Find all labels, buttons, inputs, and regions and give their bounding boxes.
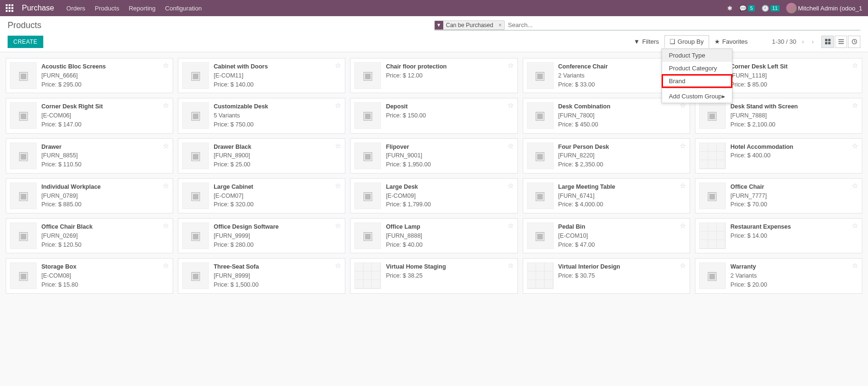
product-card[interactable]: ▣Office Design Software[FURN_9999]Price:… [178, 218, 345, 253]
product-card[interactable]: ▣Office Chair[FURN_7777]Price: $ 70.00☆ [695, 178, 862, 213]
favorite-star-icon[interactable]: ☆ [163, 142, 169, 150]
favorite-star-icon[interactable]: ☆ [507, 101, 514, 110]
product-thumbnail [699, 143, 726, 169]
user-menu[interactable]: Mitchell Admin (odoo_1 [786, 3, 862, 13]
create-button[interactable]: CREATE [8, 36, 43, 48]
filters-button[interactable]: ▼ Filters [628, 35, 664, 48]
product-card[interactable]: ▣Drawer Black[FURN_8900]Price: $ 25.00☆ [178, 138, 345, 174]
product-name: Drawer [41, 143, 169, 152]
product-card[interactable]: ▣Storage Box[E-COM08]Price: $ 15.80☆ [6, 258, 173, 293]
favorite-star-icon[interactable]: ☆ [852, 261, 858, 270]
favorite-star-icon[interactable]: ☆ [335, 261, 341, 270]
product-card[interactable]: ▣Cabinet with Doors[E-COM11]Price: $ 140… [178, 58, 345, 93]
favorites-button[interactable]: ★ Favorites [709, 35, 753, 48]
favorite-star-icon[interactable]: ☆ [852, 101, 858, 110]
product-thumbnail: ▣ [354, 222, 381, 249]
favorite-star-icon[interactable]: ☆ [163, 261, 169, 270]
view-kanban[interactable] [821, 36, 834, 48]
product-card[interactable]: Restaurant ExpensesPrice: $ 14.00☆ [695, 218, 862, 253]
product-price: Price: $ 320.00 [214, 200, 341, 209]
product-price: Price: $ 2,100.00 [731, 120, 858, 129]
product-card[interactable]: ▣Pedal Bin[E-COM10]Price: $ 47.00☆ [523, 218, 690, 253]
product-card[interactable]: ▣Flipover[FURN_9001]Price: $ 1,950.00☆ [350, 138, 517, 174]
product-ref: [FURN_8999] [214, 271, 341, 280]
product-card[interactable]: Virtual Home StagingPrice: $ 38.25☆ [350, 258, 517, 293]
product-card[interactable]: ▣Large Desk[E-COM09]Price: $ 1,799.00☆ [350, 178, 517, 213]
product-body: Office Chair[FURN_7777]Price: $ 70.00 [731, 183, 858, 209]
favorite-star-icon[interactable]: ☆ [507, 142, 514, 150]
product-card[interactable]: ▣DepositPrice: $ 150.00☆ [350, 98, 517, 133]
product-card[interactable]: ▣Desk Stand with Screen[FURN_7888]Price:… [695, 98, 862, 133]
messages-button[interactable]: 💬 5 [739, 5, 755, 12]
groupby-add-custom[interactable]: Add Custom Group ▸ [662, 90, 731, 103]
product-card[interactable]: ▣Desk Combination[FURN_7800]Price: $ 450… [523, 98, 690, 133]
product-card[interactable]: ▣Large Meeting Table[FURN_6741]Price: $ … [523, 178, 690, 213]
product-card[interactable]: ▣Individual Workplace[FURN_0789]Price: $… [6, 178, 173, 213]
product-name: Pedal Bin [558, 222, 686, 232]
nav-menu-orders[interactable]: Orders [67, 5, 86, 12]
favorite-star-icon[interactable]: ☆ [507, 222, 514, 230]
favorite-star-icon[interactable]: ☆ [163, 222, 169, 230]
favorite-star-icon[interactable]: ☆ [852, 142, 858, 150]
product-card[interactable]: ▣Customizable Desk5 VariantsPrice: $ 750… [178, 98, 345, 133]
facet-remove[interactable]: × [496, 22, 504, 29]
bug-icon[interactable]: ✱ [727, 5, 732, 12]
favorite-star-icon[interactable]: ☆ [507, 261, 514, 270]
favorite-star-icon[interactable]: ☆ [680, 142, 686, 150]
favorite-star-icon[interactable]: ☆ [507, 182, 514, 190]
favorite-star-icon[interactable]: ☆ [852, 182, 858, 190]
favorite-star-icon[interactable]: ☆ [163, 101, 169, 110]
product-card[interactable]: ▣Drawer[FURN_8855]Price: $ 110.50☆ [6, 138, 173, 174]
product-card[interactable]: ▣Chair floor protectionPrice: $ 12.00☆ [350, 58, 517, 93]
favorite-star-icon[interactable]: ☆ [507, 61, 514, 70]
product-card[interactable]: ▣Three-Seat Sofa[FURN_8999]Price: $ 1,50… [178, 258, 345, 293]
product-thumbnail: ▣ [699, 102, 726, 129]
pager-next[interactable]: › [810, 38, 816, 45]
app-brand[interactable]: Purchase [22, 4, 54, 12]
product-card[interactable]: ▣Corner Desk Right Sit[E-COM06]Price: $ … [6, 98, 173, 133]
groupby-button[interactable]: ❑ Group By [664, 35, 709, 48]
favorite-star-icon[interactable]: ☆ [163, 61, 169, 70]
product-thumbnail: ▣ [10, 222, 37, 249]
product-card[interactable]: ▣Warranty2 VariantsPrice: $ 20.00☆ [695, 258, 862, 293]
favorite-star-icon[interactable]: ☆ [335, 61, 341, 70]
product-price: Price: $ 38.25 [386, 271, 513, 280]
product-thumbnail: ▣ [10, 143, 37, 169]
favorite-star-icon[interactable]: ☆ [852, 222, 858, 230]
nav-menu-reporting[interactable]: Reporting [129, 5, 156, 12]
apps-icon[interactable] [6, 4, 13, 12]
favorite-star-icon[interactable]: ☆ [852, 61, 858, 70]
product-card[interactable]: Virtual Interior DesignPrice: $ 30.75☆ [523, 258, 690, 293]
favorite-star-icon[interactable]: ☆ [335, 142, 341, 150]
pager-prev[interactable]: ‹ [800, 38, 806, 45]
product-body: Office Chair Black[FURN_0269]Price: $ 12… [41, 222, 169, 249]
product-card[interactable]: ▣Acoustic Bloc Screens[FURN_6666]Price: … [6, 58, 173, 93]
groupby-product-type[interactable]: Product Type [662, 49, 731, 62]
view-list[interactable] [835, 36, 847, 48]
product-body: Customizable Desk5 VariantsPrice: $ 750.… [214, 102, 341, 129]
nav-menu-configuration[interactable]: Configuration [165, 5, 202, 12]
search-input[interactable] [507, 20, 860, 30]
product-name: Large Meeting Table [558, 183, 686, 192]
favorite-star-icon[interactable]: ☆ [680, 182, 686, 190]
groupby-brand[interactable]: Brand [662, 75, 731, 87]
product-card[interactable]: ▣Office Lamp[FURN_8888]Price: $ 40.00☆ [350, 218, 517, 253]
product-card[interactable]: ▣Large Cabinet[E-COM07]Price: $ 320.00☆ [178, 178, 345, 213]
search-bar[interactable]: ▼ Can be Purchased × [434, 20, 861, 30]
favorite-star-icon[interactable]: ☆ [163, 182, 169, 190]
product-body: Individual Workplace[FURN_0789]Price: $ … [41, 183, 169, 209]
favorite-star-icon[interactable]: ☆ [335, 101, 341, 110]
product-thumbnail: ▣ [182, 143, 209, 169]
favorite-star-icon[interactable]: ☆ [680, 222, 686, 230]
favorite-star-icon[interactable]: ☆ [335, 222, 341, 230]
groupby-product-category[interactable]: Product Category [662, 62, 731, 75]
product-card[interactable]: ▣Office Chair Black[FURN_0269]Price: $ 1… [6, 218, 173, 253]
product-card[interactable]: Hotel AccommodationPrice: $ 400.00☆ [695, 138, 862, 174]
view-activity[interactable] [848, 36, 860, 48]
nav-menu-products[interactable]: Products [95, 5, 119, 12]
activities-button[interactable]: 🕘 11 [761, 5, 780, 12]
favorite-star-icon[interactable]: ☆ [680, 261, 686, 270]
product-card[interactable]: ▣Four Person Desk[FURN_8220]Price: $ 2,3… [523, 138, 690, 174]
groupby-dropdown: Product Type Product Category Brand Add … [662, 48, 732, 103]
favorite-star-icon[interactable]: ☆ [335, 182, 341, 190]
